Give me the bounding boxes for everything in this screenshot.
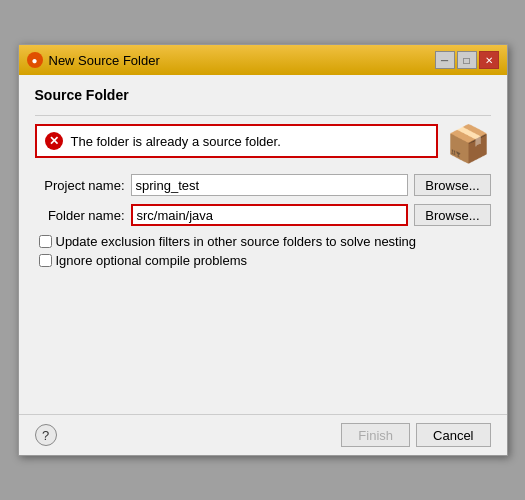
error-message: The folder is already a source folder. — [71, 134, 281, 149]
section-divider — [35, 115, 491, 116]
close-button[interactable]: ✕ — [479, 51, 499, 69]
folder-name-label: Folder name: — [35, 208, 125, 223]
update-exclusion-checkbox[interactable] — [39, 235, 52, 248]
checkbox2-row: Ignore optional compile problems — [35, 253, 491, 268]
folder-name-row: Folder name: Browse... — [35, 204, 491, 226]
spacer — [35, 272, 491, 402]
folder-icon: 📦 — [446, 124, 491, 162]
project-name-row: Project name: Browse... — [35, 174, 491, 196]
bottom-bar: ? Finish Cancel — [19, 414, 507, 455]
form-section: Project name: Browse... Folder name: Bro… — [35, 174, 491, 268]
dialog-content: Source Folder ✕ The folder is already a … — [19, 75, 507, 414]
title-bar-left: ● New Source Folder — [27, 52, 160, 68]
dialog-title: New Source Folder — [49, 53, 160, 68]
maximize-button[interactable]: □ — [457, 51, 477, 69]
section-header: Source Folder — [35, 87, 491, 107]
folder-browse-button[interactable]: Browse... — [414, 204, 490, 226]
title-bar-controls: ─ □ ✕ — [435, 51, 499, 69]
project-name-label: Project name: — [35, 178, 125, 193]
checkbox1-label: Update exclusion filters in other source… — [56, 234, 417, 249]
checkbox1-row: Update exclusion filters in other source… — [35, 234, 491, 249]
finish-button[interactable]: Finish — [341, 423, 410, 447]
top-section: Source Folder ✕ The folder is already a … — [35, 87, 491, 170]
app-icon: ● — [27, 52, 43, 68]
title-bar: ● New Source Folder ─ □ ✕ — [19, 45, 507, 75]
dialog-window: ● New Source Folder ─ □ ✕ Source Folder … — [18, 44, 508, 456]
error-icon: ✕ — [45, 132, 63, 150]
project-browse-button[interactable]: Browse... — [414, 174, 490, 196]
folder-name-input[interactable] — [131, 204, 409, 226]
ignore-compile-checkbox[interactable] — [39, 254, 52, 267]
minimize-button[interactable]: ─ — [435, 51, 455, 69]
help-button[interactable]: ? — [35, 424, 57, 446]
error-box: ✕ The folder is already a source folder. — [35, 124, 438, 158]
cancel-button[interactable]: Cancel — [416, 423, 490, 447]
project-name-input[interactable] — [131, 174, 409, 196]
action-buttons: Finish Cancel — [341, 423, 490, 447]
checkbox2-label: Ignore optional compile problems — [56, 253, 248, 268]
